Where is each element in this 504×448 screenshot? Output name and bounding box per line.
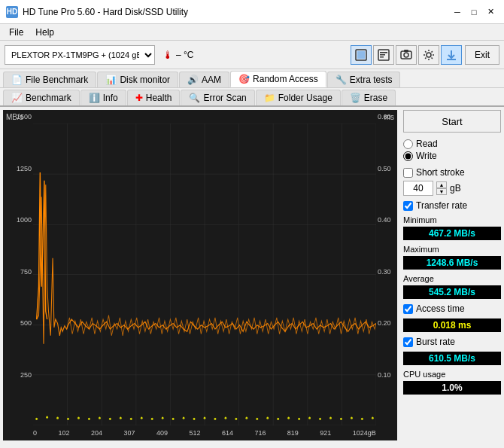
svg-point-61 — [372, 417, 374, 419]
svg-point-60 — [361, 418, 363, 420]
access-time-checkbox[interactable] — [403, 304, 413, 314]
app-icon: HD — [6, 6, 18, 18]
toolbar-icon-2[interactable] — [373, 45, 394, 65]
svg-point-48 — [235, 418, 237, 420]
maximize-button[interactable]: □ — [466, 5, 481, 19]
burst-rate-label: Burst rate — [416, 337, 455, 347]
average-value: 545.2 MB/s — [403, 285, 501, 299]
svg-point-43 — [183, 417, 185, 419]
folder-usage-icon: 📁 — [264, 93, 275, 103]
drive-selector[interactable]: PLEXTOR PX-1TM9PG + (1024 gB) — [5, 45, 155, 65]
toolbar-icon-gear[interactable] — [418, 45, 439, 65]
toolbar: PLEXTOR PX-1TM9PG + (1024 gB) 🌡 – °C Exi… — [0, 41, 504, 69]
x-label-921: 921 — [320, 429, 331, 437]
radio-read[interactable]: Read — [403, 139, 501, 149]
minimize-button[interactable]: ─ — [450, 5, 465, 19]
menu-help[interactable]: Help — [29, 26, 60, 39]
svg-point-46 — [214, 418, 217, 420]
close-button[interactable]: ✕ — [483, 5, 498, 19]
read-radio[interactable] — [403, 139, 413, 149]
y-label-1000: 1000 — [5, 216, 32, 224]
tab-file-benchmark[interactable]: 📄 File Benchmark — [3, 72, 96, 87]
tab-aam[interactable]: 🔊 AAM — [179, 72, 229, 87]
svg-point-32 — [67, 418, 69, 420]
x-label-1024: 1024gB — [353, 429, 376, 437]
svg-point-33 — [77, 417, 80, 419]
thermometer-icon: 🌡 — [162, 49, 173, 61]
tab-health[interactable]: ✚ Health — [127, 90, 181, 105]
x-label-307: 307 — [123, 429, 135, 437]
chart-bottom-labels: 0 102 204 307 409 512 614 716 819 921 10… — [33, 425, 376, 440]
x-label-512: 512 — [189, 429, 200, 437]
menu-file[interactable]: File — [3, 26, 29, 39]
svg-point-9 — [427, 53, 431, 57]
tab-info[interactable]: ℹ️ Info — [80, 90, 126, 105]
tab-health-label: Health — [146, 93, 172, 103]
radio-write[interactable]: Write — [403, 151, 501, 161]
short-stroke-label: Short stroke — [416, 167, 465, 178]
y-right-0.40: 0.40 — [378, 216, 396, 224]
svg-point-55 — [308, 417, 311, 419]
tab-random-access[interactable]: 🎯 Random Access — [230, 71, 326, 87]
title-bar: HD HD Tune Pro 5.60 - Hard Disk/SSD Util… — [0, 0, 504, 24]
toolbar-icon-camera[interactable] — [396, 45, 417, 65]
short-stroke-input[interactable] — [403, 181, 433, 196]
tab-extra-tests[interactable]: 🔧 Extra tests — [327, 72, 401, 87]
y-label-750: 750 — [5, 268, 32, 276]
svg-point-50 — [256, 418, 258, 420]
svg-point-7 — [404, 53, 408, 57]
svg-point-47 — [225, 417, 227, 419]
svg-point-36 — [109, 418, 111, 420]
aam-icon: 🔊 — [187, 75, 199, 85]
svg-point-40 — [151, 418, 153, 420]
transfer-rate-checkbox[interactable] — [403, 201, 413, 211]
spinner-up[interactable]: ▲ — [436, 181, 447, 188]
tab-random-access-label: Random Access — [253, 74, 318, 84]
svg-point-58 — [340, 418, 342, 420]
access-time-checkbox-label[interactable]: Access time — [403, 303, 501, 314]
temperature-area: 🌡 – °C — [158, 49, 198, 61]
exit-button[interactable]: Exit — [465, 45, 499, 65]
erase-icon: 🗑️ — [350, 93, 361, 103]
y-label-250: 250 — [5, 371, 32, 379]
transfer-rate-checkbox-label[interactable]: Transfer rate — [403, 200, 501, 211]
file-benchmark-icon: 📄 — [11, 75, 23, 85]
spinner-down[interactable]: ▼ — [436, 188, 447, 195]
access-time-label: Access time — [416, 303, 465, 314]
tab-folder-usage-label: Folder Usage — [278, 93, 332, 103]
average-section: Average 545.2 MB/s — [403, 274, 501, 299]
tab-disk-monitor[interactable]: 📊 Disk monitor — [97, 72, 178, 87]
x-label-409: 409 — [156, 429, 168, 437]
info-icon: ℹ️ — [89, 93, 100, 103]
short-stroke-checkbox-label[interactable]: Short stroke — [403, 167, 501, 178]
maximum-value: 1248.6 MB/s — [403, 256, 501, 270]
svg-point-42 — [172, 418, 175, 420]
burst-rate-checkbox-label[interactable]: Burst rate — [403, 337, 501, 347]
tab-error-scan[interactable]: 🔍 Error Scan — [181, 90, 254, 105]
svg-point-44 — [193, 418, 196, 420]
access-time-value: 0.018 ms — [403, 318, 501, 332]
x-label-614: 614 — [222, 429, 233, 437]
chart-right-labels: 0.60 0.50 0.40 0.30 0.20 0.10 — [376, 110, 397, 425]
y-label-500: 500 — [5, 319, 32, 327]
toolbar-icon-download[interactable] — [441, 45, 462, 65]
write-label: Write — [416, 151, 437, 161]
short-stroke-checkbox[interactable] — [403, 168, 413, 178]
tab-benchmark[interactable]: 📈 Benchmark — [3, 90, 80, 105]
x-label-102: 102 — [58, 429, 69, 437]
write-radio[interactable] — [403, 151, 413, 161]
tab-erase[interactable]: 🗑️ Erase — [342, 90, 396, 105]
burst-rate-checkbox[interactable] — [403, 337, 413, 347]
svg-point-29 — [35, 418, 38, 420]
cpu-usage-label: CPU usage — [403, 370, 501, 379]
y-right-0.50: 0.50 — [378, 165, 396, 172]
toolbar-icon-main[interactable] — [351, 45, 372, 65]
menu-bar: File Help — [0, 24, 504, 41]
tab-folder-usage[interactable]: 📁 Folder Usage — [256, 90, 341, 105]
chart-area: MB/s ms 1500 1250 1000 750 500 250 0.60 … — [3, 110, 397, 440]
maximum-section: Maximum 1248.6 MB/s — [403, 245, 501, 270]
benchmark-icon: 📈 — [11, 93, 23, 103]
title-bar-left: HD HD Tune Pro 5.60 - Hard Disk/SSD Util… — [6, 6, 188, 18]
short-stroke-row: ▲ ▼ gB — [403, 181, 501, 196]
start-button[interactable]: Start — [403, 110, 501, 133]
